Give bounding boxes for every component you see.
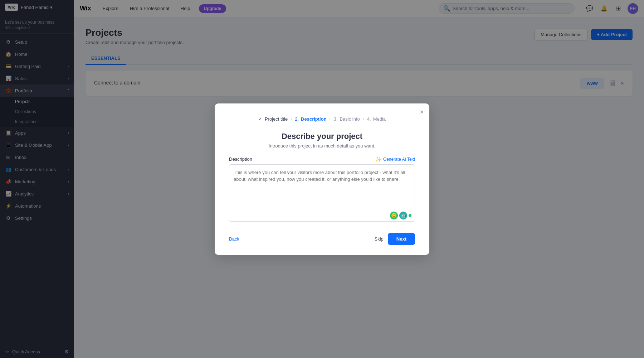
ai-sparkle-icon: ✨	[375, 156, 381, 162]
step-3-num: 3.	[334, 116, 338, 122]
step-separator-3: ›	[363, 116, 364, 121]
emoji-icon-green: 😊	[390, 212, 398, 219]
step-3-label: Basic info	[340, 116, 360, 122]
step-1: ✓ Project title	[258, 116, 288, 122]
step-2-num: 2.	[295, 116, 299, 122]
description-textarea[interactable]	[229, 164, 415, 222]
footer-right: Skip Next	[375, 233, 415, 245]
step-separator-1: ›	[291, 116, 292, 121]
step-2-label: Description	[301, 116, 327, 122]
modal-close-button[interactable]: ×	[420, 108, 424, 116]
modal-footer: Back Skip Next	[229, 233, 415, 245]
step-separator-2: ›	[330, 116, 331, 121]
indicator-dot	[409, 214, 411, 217]
modal-title: Describe your project	[229, 132, 415, 141]
modal: × ✓ Project title › 2. Description › 3. …	[215, 103, 429, 255]
modal-subtitle: Introduce this project in as much detail…	[229, 143, 415, 149]
next-button[interactable]: Next	[388, 233, 415, 245]
emoji-icon-teal: 🤖	[399, 212, 407, 219]
main-content: Wix Explore Hire a Professional Help Upg…	[74, 0, 644, 358]
back-button[interactable]: Back	[229, 236, 239, 242]
step-1-label: Project title	[265, 116, 288, 122]
step-4: 4. Media	[367, 116, 386, 122]
textarea-icons: 😊 🤖	[390, 212, 411, 219]
step-4-label: Media	[373, 116, 386, 122]
step-check-icon: ✓	[258, 116, 262, 122]
step-2: 2. Description	[295, 116, 326, 122]
generate-ai-text-button[interactable]: ✨ Generate AI Text	[375, 156, 415, 162]
field-label: Description ✨ Generate AI Text	[229, 156, 415, 162]
step-3: 3. Basic info	[334, 116, 360, 122]
skip-button[interactable]: Skip	[375, 236, 384, 242]
step-4-num: 4.	[367, 116, 371, 122]
textarea-wrap: 😊 🤖	[229, 164, 415, 223]
modal-overlay: × ✓ Project title › 2. Description › 3. …	[74, 0, 644, 358]
stepper: ✓ Project title › 2. Description › 3. Ba…	[229, 116, 415, 122]
